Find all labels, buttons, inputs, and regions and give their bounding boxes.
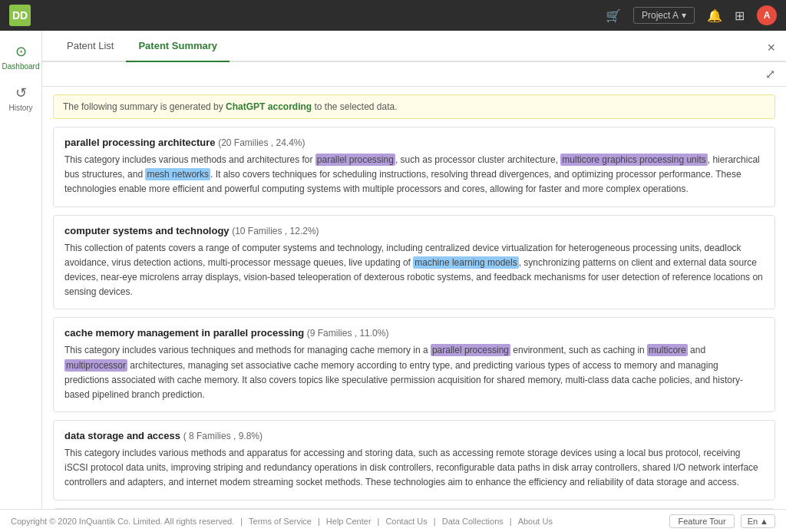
category-section-4: data storage and access ( 8 Families , 9… — [53, 420, 775, 501]
footer-link-data[interactable]: Data Collections — [442, 517, 504, 526]
footer-link-help[interactable]: Help Center — [326, 517, 372, 526]
feature-tour-button[interactable]: Feature Tour — [669, 514, 734, 528]
footer-separator-2: | — [318, 517, 320, 526]
category-section-1: parallel processing architecture (20 Fam… — [53, 127, 775, 207]
category-title-1: parallel processing architecture (20 Fam… — [64, 137, 764, 148]
banner-suffix: to the selected data. — [312, 101, 397, 112]
category-stats-1: (20 Families , 24.4%) — [218, 137, 305, 148]
category-section-3: cache memory management in parallel proc… — [53, 317, 775, 412]
chevron-down-icon: ▾ — [682, 10, 686, 21]
language-selector[interactable]: En ▲ — [741, 514, 775, 528]
highlight-multicore-gpu: multicore graphics processing units — [560, 154, 707, 166]
category-name-1: parallel processing architecture — [64, 137, 216, 148]
notification-icon[interactable]: 🔔 — [707, 8, 722, 23]
close-button[interactable]: × — [767, 40, 775, 56]
highlight-multicore: multicore — [647, 344, 688, 356]
topnav-left: DD — [9, 5, 31, 26]
footer-copyright: Copyright © 2020 InQuantik Co. Limited. … — [11, 517, 234, 526]
footer-link-contact[interactable]: Contact Us — [385, 517, 427, 526]
category-stats-4: ( 8 Families , 9.8%) — [183, 431, 263, 441]
category-stats-3: (9 Families , 11.0%) — [307, 328, 389, 339]
footer-separator-5: | — [510, 517, 512, 526]
highlight-mesh-networks: mesh networks — [145, 168, 210, 180]
logo: DD — [9, 5, 31, 26]
tab-bar: Patent List Patent Summary × — [42, 31, 786, 62]
footer-link-terms[interactable]: Terms of Service — [249, 517, 312, 526]
topnav-right: 🛒 Project A ▾ 🔔 ⊞ A — [606, 5, 777, 25]
avatar[interactable]: A — [757, 5, 777, 25]
grid-icon[interactable]: ⊞ — [735, 8, 745, 23]
footer-separator-4: | — [434, 517, 436, 526]
category-desc-1: This category includes various methods a… — [64, 153, 764, 197]
category-name-3: cache memory management in parallel proc… — [64, 327, 304, 339]
footer-separator-1: | — [240, 517, 243, 526]
history-icon: ↺ — [15, 84, 27, 101]
lang-chevron-icon: ▲ — [760, 517, 768, 526]
footer-link-about[interactable]: About Us — [518, 517, 553, 526]
tab-patent-list-label: Patent List — [67, 40, 114, 51]
footer-links: Copyright © 2020 InQuantik Co. Limited. … — [11, 517, 553, 526]
highlight-parallel-processing-2: parallel processing — [431, 344, 510, 356]
category-section-2: computer systems and technology (10 Fami… — [53, 215, 775, 310]
category-title-2: computer systems and technology (10 Fami… — [64, 225, 764, 236]
category-title-3: cache memory management in parallel proc… — [64, 327, 764, 339]
sidebar: ⊙ Dashboard ↺ History — [0, 31, 42, 509]
tab-patent-list[interactable]: Patent List — [54, 31, 126, 62]
top-navigation: DD 🛒 Project A ▾ 🔔 ⊞ A — [0, 0, 786, 31]
lang-label: En — [748, 517, 758, 526]
category-desc-2: This collection of patents covers a rang… — [64, 241, 764, 300]
footer: Copyright © 2020 InQuantik Co. Limited. … — [0, 509, 786, 532]
category-stats-2: (10 Families , 12.2%) — [232, 226, 319, 236]
summary-banner: The following summary is generated by Ch… — [53, 94, 775, 119]
project-label: Project A — [642, 10, 679, 21]
dashboard-icon: ⊙ — [15, 43, 27, 60]
toolbar: ⤢ — [42, 62, 786, 87]
project-selector[interactable]: Project A ▾ — [633, 7, 695, 24]
main-content: Patent List Patent Summary × ⤢ The follo… — [42, 31, 786, 509]
sidebar-item-dashboard[interactable]: ⊙ Dashboard — [0, 38, 41, 75]
highlight-parallel-processing: parallel processing — [315, 154, 395, 166]
footer-separator-3: | — [378, 517, 380, 526]
category-name-4: data storage and access — [64, 430, 180, 441]
category-desc-3: This category includes various technique… — [64, 343, 764, 402]
highlight-multiprocessor: multiprocessor — [64, 359, 127, 372]
sidebar-item-history-label: History — [8, 104, 32, 112]
tab-patent-summary[interactable]: Patent Summary — [126, 31, 230, 62]
sidebar-item-history[interactable]: ↺ History — [0, 80, 41, 117]
category-desc-4: This category includes various methods a… — [64, 446, 764, 491]
expand-icon[interactable]: ⤢ — [765, 67, 775, 81]
sidebar-item-dashboard-label: Dashboard — [2, 62, 40, 71]
tab-patent-summary-label: Patent Summary — [138, 40, 217, 51]
banner-prefix: The following summary is generated by — [63, 101, 226, 112]
chatgpt-label: ChatGPT according — [226, 101, 312, 112]
category-title-4: data storage and access ( 8 Families , 9… — [64, 430, 764, 441]
highlight-ml-models: machine learning models — [413, 256, 518, 269]
cart-icon[interactable]: 🛒 — [606, 8, 621, 23]
categories-scroll-area[interactable]: parallel processing architecture (20 Fam… — [42, 127, 786, 509]
category-name-2: computer systems and technology — [64, 225, 230, 236]
footer-right: Feature Tour En ▲ — [669, 514, 775, 528]
